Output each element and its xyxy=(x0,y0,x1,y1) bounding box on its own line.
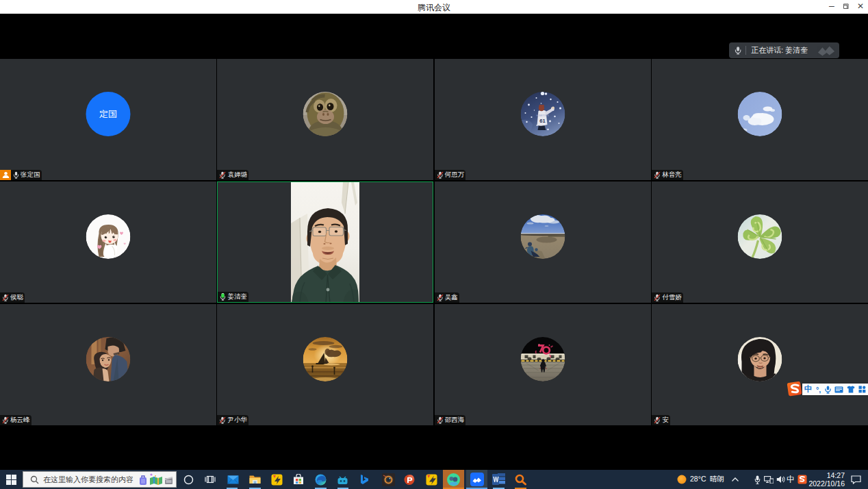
svg-text:61: 61 xyxy=(539,118,545,124)
svg-text:HOMETOWN: HOMETOWN xyxy=(536,114,548,117)
